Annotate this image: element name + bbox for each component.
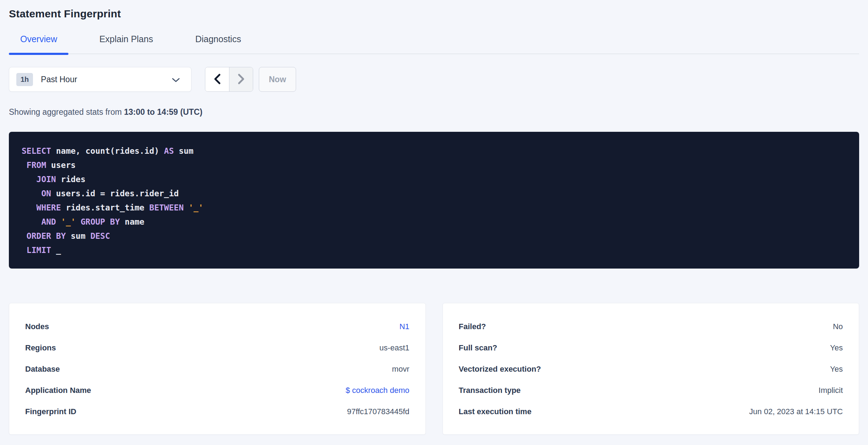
- tab-explain-plans-label: Explain Plans: [99, 34, 153, 44]
- detail-cards-row: Nodes N1 Regions us-east1 Database movr …: [9, 303, 859, 435]
- tab-diagnostics-label: Diagnostics: [195, 34, 241, 44]
- regions-value: us-east1: [379, 343, 409, 353]
- table-row: Regions us-east1: [25, 337, 410, 359]
- next-interval-button[interactable]: [229, 67, 253, 91]
- time-range-dropdown[interactable]: 1h Past Hour: [9, 67, 191, 92]
- sql-statement-box: SELECT name, count(rides.id) AS sum FROM…: [9, 132, 859, 269]
- application-name-label: Application Name: [25, 386, 91, 395]
- application-name-link[interactable]: $ cockroach demo: [346, 386, 410, 395]
- table-row: Fingerprint ID 97ffc170783445fd: [25, 401, 410, 422]
- table-row: Last execution time Jun 02, 2023 at 14:1…: [459, 401, 843, 422]
- failed-value: No: [833, 322, 843, 331]
- nodes-link[interactable]: N1: [399, 322, 409, 331]
- stats-summary-range: 13:00 to 14:59 (UTC): [124, 107, 202, 117]
- statement-fingerprint-page: Statement Fingerprint Overview Explain P…: [0, 0, 868, 435]
- table-row: Failed? No: [459, 316, 843, 337]
- sql-code: SELECT name, count(rides.id) AS sum FROM…: [22, 144, 846, 257]
- tab-bar: Overview Explain Plans Diagnostics: [9, 30, 859, 54]
- chevron-left-icon: [213, 73, 222, 86]
- failed-label: Failed?: [459, 322, 486, 331]
- transaction-type-label: Transaction type: [459, 386, 521, 395]
- chevron-down-icon: [171, 77, 180, 85]
- transaction-type-value: Implicit: [819, 386, 843, 395]
- vectorized-execution-value: Yes: [830, 365, 843, 374]
- full-scan-label: Full scan?: [459, 343, 497, 353]
- vectorized-execution-label: Vectorized execution?: [459, 365, 541, 374]
- chevron-right-icon: [237, 73, 246, 86]
- tab-explain-plans[interactable]: Explain Plans: [88, 30, 164, 53]
- time-range-badge: 1h: [16, 73, 33, 86]
- table-row: Full scan? Yes: [459, 337, 843, 359]
- page-title: Statement Fingerprint: [9, 8, 859, 20]
- execution-attributes-card: Failed? No Full scan? Yes Vectorized exe…: [443, 303, 859, 435]
- time-controls-row: 1h Past Hour Now: [9, 67, 859, 92]
- database-label: Database: [25, 365, 60, 374]
- stats-summary: Showing aggregated stats from 13:00 to 1…: [9, 107, 859, 117]
- full-scan-value: Yes: [830, 343, 843, 353]
- last-execution-time-label: Last execution time: [459, 407, 532, 416]
- time-step-control: [205, 67, 253, 92]
- database-value: movr: [392, 365, 410, 374]
- table-row: Database movr: [25, 359, 410, 380]
- tab-overview-label: Overview: [20, 34, 57, 44]
- table-row: Transaction type Implicit: [459, 380, 843, 401]
- time-range-selected-label: Past Hour: [41, 75, 77, 84]
- last-execution-time-value: Jun 02, 2023 at 14:15 UTC: [749, 407, 843, 416]
- fingerprint-id-value: 97ffc170783445fd: [347, 407, 410, 416]
- tab-overview[interactable]: Overview: [9, 30, 68, 53]
- fingerprint-id-label: Fingerprint ID: [25, 407, 76, 416]
- regions-label: Regions: [25, 343, 56, 353]
- table-row: Vectorized execution? Yes: [459, 359, 843, 380]
- now-button[interactable]: Now: [259, 67, 296, 92]
- statement-details-card: Nodes N1 Regions us-east1 Database movr …: [9, 303, 426, 435]
- tab-diagnostics[interactable]: Diagnostics: [184, 30, 252, 53]
- nodes-label: Nodes: [25, 322, 49, 331]
- stats-summary-prefix: Showing aggregated stats from: [9, 107, 124, 117]
- prev-interval-button[interactable]: [205, 67, 229, 91]
- table-row: Nodes N1: [25, 316, 410, 337]
- table-row: Application Name $ cockroach demo: [25, 380, 410, 401]
